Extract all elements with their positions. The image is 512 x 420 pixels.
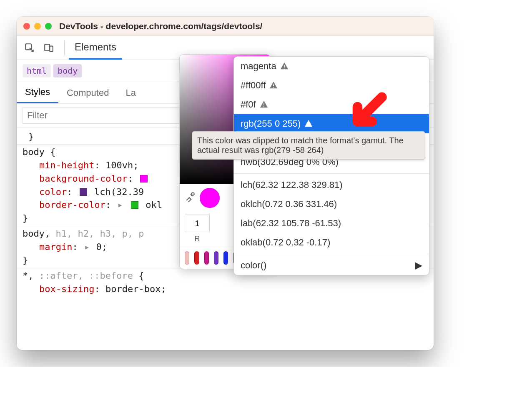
svg-rect-2 <box>50 46 53 51</box>
eyedropper-icon[interactable] <box>185 191 196 205</box>
tab-elements[interactable]: Elements <box>69 36 122 60</box>
css-property: background-color <box>39 173 128 184</box>
palette-swatch[interactable] <box>204 251 209 265</box>
color-swatch-icon[interactable] <box>80 188 87 196</box>
format-label: #f0f <box>241 99 256 110</box>
css-property: min-height <box>39 160 94 170</box>
devtools-window: DevTools - developer.chrome.com/tags/dev… <box>17 17 434 350</box>
minimize-window-icon[interactable] <box>34 23 41 30</box>
css-property: border-color <box>39 200 105 210</box>
svg-rect-6 <box>273 84 274 86</box>
breadcrumb-item[interactable]: body <box>53 64 82 78</box>
css-property: margin <box>39 242 72 252</box>
svg-rect-10 <box>308 122 309 125</box>
color-swatch-icon[interactable] <box>140 175 148 182</box>
svg-rect-7 <box>273 87 274 88</box>
format-option[interactable]: oklch(0.72 0.36 331.46) <box>234 195 429 214</box>
current-color-preview <box>200 188 220 208</box>
svg-rect-9 <box>264 106 264 107</box>
warning-icon <box>259 100 269 109</box>
warning-icon <box>304 119 313 128</box>
zoom-window-icon[interactable] <box>45 23 52 30</box>
format-label: oklab(0.72 0.32 -0.17) <box>241 237 330 248</box>
format-label: oklch(0.72 0.36 331.46) <box>241 199 337 210</box>
format-label: lab(62.32 105.78 -61.53) <box>241 218 341 229</box>
subtab-styles[interactable]: Styles <box>17 82 58 103</box>
device-toolbar-icon[interactable] <box>41 40 57 56</box>
svg-rect-8 <box>264 103 264 105</box>
css-value: lch(32.39 <box>94 187 144 197</box>
format-option[interactable]: lch(62.32 122.38 329.81) <box>234 175 429 195</box>
palette-swatch[interactable] <box>194 251 199 265</box>
channel-value-input[interactable]: 1 <box>185 215 210 232</box>
svg-rect-11 <box>308 125 309 126</box>
color-swatch-icon[interactable] <box>131 201 138 209</box>
format-option[interactable]: magenta <box>234 57 429 76</box>
menu-divider <box>234 173 429 174</box>
palette-swatch[interactable] <box>214 251 218 265</box>
warning-icon <box>269 81 278 90</box>
chevron-right-icon: ▶ <box>415 260 422 271</box>
inspect-element-icon[interactable] <box>22 40 38 56</box>
close-window-icon[interactable] <box>23 23 30 30</box>
titlebar: DevTools - developer.chrome.com/tags/dev… <box>17 17 434 36</box>
format-label: lch(62.32 122.38 329.81) <box>241 180 343 190</box>
format-label: magenta <box>241 61 276 72</box>
format-option[interactable]: oklab(0.72 0.32 -0.17) <box>234 233 429 252</box>
svg-point-3 <box>191 192 194 195</box>
css-value: okl <box>146 200 162 210</box>
warning-icon <box>280 62 289 71</box>
gamut-clip-tooltip: This color was clipped to match the form… <box>192 131 425 160</box>
css-property: box-sizing <box>39 284 94 294</box>
channel-label: R <box>185 235 210 243</box>
color-format-menu: magenta #ff00ff #f0f rgb(255 0 255) %) h… <box>233 56 429 275</box>
css-value: 0; <box>96 242 107 252</box>
format-option[interactable]: #ff00ff <box>234 76 429 95</box>
expand-icon[interactable]: ▸ <box>84 242 90 252</box>
format-label: #ff00ff <box>241 80 266 91</box>
palette-swatch[interactable] <box>223 251 228 265</box>
menu-divider <box>234 254 429 254</box>
palette-swatch[interactable] <box>185 251 189 265</box>
divider <box>64 40 65 55</box>
format-label: rgb(255 0 255) <box>241 118 301 129</box>
css-property: color <box>39 187 67 197</box>
expand-icon[interactable]: ▸ <box>117 200 123 210</box>
svg-rect-4 <box>284 65 285 67</box>
format-option-selected[interactable]: rgb(255 0 255) <box>234 114 429 133</box>
css-value: 100vh; <box>105 160 138 170</box>
subtab-computed[interactable]: Computed <box>58 82 118 103</box>
tab-label: Elements <box>75 41 116 53</box>
subtab-layout[interactable]: La <box>117 82 144 103</box>
window-title: DevTools - developer.chrome.com/tags/dev… <box>59 21 262 31</box>
annotation-arrow-icon <box>341 90 389 142</box>
format-option[interactable]: #f0f <box>234 95 429 114</box>
css-value: border-box; <box>105 284 166 294</box>
svg-rect-1 <box>45 44 50 50</box>
format-option-submenu[interactable]: color() ▶ <box>234 256 429 275</box>
svg-rect-5 <box>284 68 285 68</box>
window-controls <box>23 23 52 30</box>
format-label: color() <box>241 260 266 271</box>
format-option[interactable]: lab(62.32 105.78 -61.53) <box>234 214 429 233</box>
css-declaration[interactable]: box-sizing: border-box; <box>23 282 428 296</box>
breadcrumb-item[interactable]: html <box>23 64 51 78</box>
